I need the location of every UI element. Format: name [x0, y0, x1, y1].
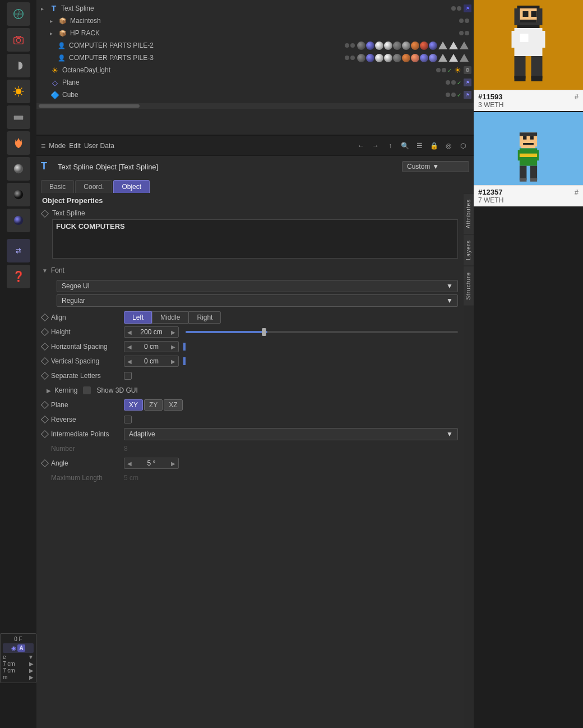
plane-xz-button[interactable]: XZ [164, 399, 182, 411]
height-slider-handle[interactable] [262, 328, 266, 336]
toolbar-icon-world[interactable] [7, 2, 30, 26]
height-value-area: ◀ 200 cm ▶ [124, 326, 458, 338]
vspacing-decrement-button[interactable]: ◀ [124, 358, 135, 365]
prop-diamond-plane [41, 401, 49, 409]
kerning-row: ▶ Kerning Show 3D GUI [36, 383, 464, 398]
nav-circle-button[interactable]: ◎ [442, 140, 455, 152]
angle-label-text: Angle [51, 459, 68, 467]
scene-item-name: HP RACK [70, 29, 459, 37]
nft-card-1: #11593 # 3 WETH [474, 0, 583, 111]
prop-diamond-height [41, 328, 49, 336]
kerning-expand-icon[interactable]: ▶ [47, 388, 51, 394]
nav-export-button[interactable]: ⬡ [457, 140, 469, 152]
svg-rect-13 [13, 116, 23, 119]
tab-object[interactable]: Object [113, 180, 150, 193]
number-value-area: 8 [124, 445, 458, 453]
nav-arrows: ← → ↑ 🔍 ☰ 🔒 ◎ ⬡ [355, 140, 469, 152]
sep-letters-checkbox[interactable] [124, 372, 132, 380]
ctrl-dot [350, 43, 355, 48]
menu-icon[interactable]: ≡ [41, 141, 45, 150]
ctrl-dot [442, 68, 446, 72]
kerning-toggle[interactable] [83, 386, 91, 394]
align-buttons: Left Middle Right [124, 311, 221, 324]
number-label-text: Number [51, 445, 75, 453]
edit-menu[interactable]: Edit [69, 142, 81, 150]
plane-xy-button[interactable]: XY [124, 399, 143, 411]
align-right-button[interactable]: Right [188, 311, 221, 324]
toolbar-icon-half-circle[interactable] [7, 54, 30, 77]
toolbar-icon-sphere-blue[interactable] [7, 209, 30, 232]
list-item[interactable]: ☀ OctaneDayLight ✓ ☀ ⚙ [36, 64, 474, 76]
list-item[interactable]: 🔷 Cube ✓ ⚑ [36, 89, 474, 101]
svg-rect-21 [531, 11, 537, 17]
number-row: Number 8 [36, 441, 464, 456]
nav-up-button[interactable]: ↑ [384, 140, 396, 152]
font-style-dropdown[interactable]: Regular ▼ [57, 294, 458, 307]
align-left-button[interactable]: Left [124, 311, 152, 324]
hspacing-increment-button[interactable]: ▶ [168, 344, 178, 350]
hspacing-decrement-button[interactable]: ◀ [124, 344, 135, 350]
nav-search-button[interactable]: 🔍 [399, 140, 411, 152]
svg-point-3 [16, 38, 20, 42]
nav-lock-button[interactable]: 🔒 [428, 140, 440, 152]
list-item[interactable]: 👤 COMPUTER PARTS PILE-2 [36, 39, 474, 52]
mode-menu[interactable]: Mode [49, 142, 66, 150]
angle-increment-button[interactable]: ▶ [168, 460, 178, 467]
list-item[interactable]: ◇ Plane ✓ ⚑ [36, 76, 474, 89]
list-item[interactable]: ▸ T Text Spline ⚑ [36, 2, 474, 15]
toolbar-icon-sphere-dark[interactable] [7, 183, 30, 206]
scene-list: ▸ T Text Spline ⚑ ▸ 📦 Macintosh [36, 0, 474, 103]
layers-tab[interactable]: Layers [464, 234, 474, 266]
toolbar-icon-sun[interactable] [7, 80, 30, 103]
reverse-checkbox[interactable] [124, 416, 132, 423]
angle-input[interactable]: ◀ 5 ° ▶ [124, 458, 179, 469]
nav-back-button[interactable]: ← [355, 140, 367, 152]
prop-diamond-reverse [41, 416, 49, 423]
height-decrement-button[interactable]: ◀ [124, 329, 135, 335]
list-item[interactable]: ▸ 📦 HP RACK [36, 27, 474, 39]
angle-decrement-button[interactable]: ◀ [124, 460, 135, 467]
font-name-dropdown[interactable]: Segoe UI ▼ [57, 280, 458, 292]
vspacing-input[interactable]: ◀ 0 cm ▶ [124, 356, 179, 367]
ctrl-dot [451, 80, 456, 85]
hspacing-input[interactable]: ◀ 0 cm ▶ [124, 341, 179, 352]
vspacing-increment-button[interactable]: ▶ [168, 358, 178, 365]
font-dropdown-arrow-icon: ▼ [446, 282, 453, 290]
prop-diamond-textspline [41, 210, 49, 218]
nav-forward-button[interactable]: → [369, 140, 382, 152]
intermediate-dropdown[interactable]: Adaptive ▼ [124, 428, 458, 440]
nft-card-2: #12357 # 7 WETH [474, 112, 583, 206]
svg-line-10 [21, 94, 22, 95]
scene-item-name: Text Spline [61, 4, 451, 12]
nav-list-button[interactable]: ☰ [413, 140, 425, 152]
mat-sphere [420, 54, 428, 62]
structure-tab[interactable]: Structure [464, 266, 474, 306]
align-middle-button[interactable]: Middle [152, 311, 188, 324]
height-increment-button[interactable]: ▶ [168, 329, 178, 335]
height-slider[interactable] [186, 331, 458, 333]
toolbar-icon-fire[interactable] [7, 131, 30, 155]
user-data-menu[interactable]: User Data [84, 142, 114, 150]
sep-letters-label-text: Separate Letters [51, 372, 101, 380]
height-input[interactable]: ◀ 200 cm ▶ [124, 326, 179, 338]
toolbar-icon-camera[interactable] [7, 28, 30, 52]
toolbar-icon-rectangle[interactable] [7, 105, 30, 129]
text-spline-input[interactable]: FUCK COMPUTERS [52, 219, 458, 259]
plane-zy-button[interactable]: ZY [144, 399, 163, 411]
obj-icon-cp3: 👤 [57, 53, 67, 63]
toolbar-icon-sphere-gray[interactable] [7, 157, 30, 181]
toolbar-icon-shuffle[interactable]: ⇄ [7, 239, 30, 262]
toolbar-icon-help[interactable]: ❓ [7, 265, 30, 288]
custom-dropdown[interactable]: Custom ▼ [402, 161, 469, 172]
tab-basic[interactable]: Basic [41, 180, 74, 193]
svg-rect-29 [515, 76, 526, 81]
list-item[interactable]: 👤 COMPUTER PARTS PILE-3 [36, 52, 474, 64]
attributes-tab[interactable]: Attributes [464, 193, 474, 234]
align-row: Align Left Middle Right [36, 310, 464, 325]
flag-icon: ⚑ [464, 79, 471, 86]
svg-point-16 [13, 216, 23, 225]
list-item[interactable]: ▸ 📦 Macintosh [36, 15, 474, 27]
item-controls [451, 6, 461, 11]
scroll-bar[interactable] [39, 104, 140, 108]
tab-coord[interactable]: Coord. [75, 180, 112, 193]
